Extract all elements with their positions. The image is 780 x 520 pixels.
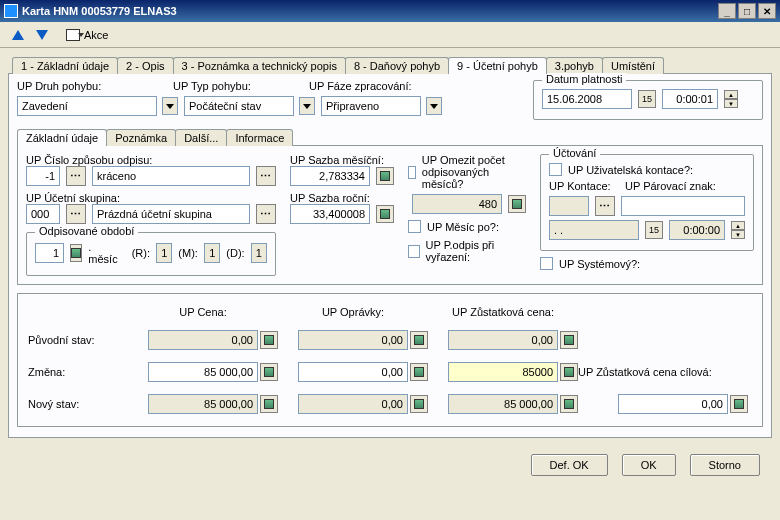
parovaci-input[interactable]: [621, 196, 745, 216]
uzivatelska-check[interactable]: [549, 163, 562, 176]
cislo-text-lookup[interactable]: ⋯: [256, 166, 276, 186]
hdr-opravky: UP Oprávky:: [278, 306, 428, 318]
mesicpo-check[interactable]: [408, 220, 421, 233]
novy-cena: 85 000,00: [148, 394, 258, 414]
skupina-text-lookup[interactable]: ⋯: [256, 204, 276, 224]
podpis-check[interactable]: [408, 245, 420, 258]
druh-dropdown[interactable]: [162, 97, 178, 115]
calc-icon[interactable]: [560, 363, 578, 381]
subtab-0[interactable]: Základní údaje: [17, 129, 107, 146]
kontace-lookup[interactable]: ⋯: [595, 196, 615, 216]
amounts-table: UP Cena: UP Oprávky: UP Zůstatková cena:…: [17, 293, 763, 427]
cislo-text[interactable]: kráceno: [92, 166, 250, 186]
calc-icon[interactable]: [260, 395, 278, 413]
calc-icon[interactable]: [410, 395, 428, 413]
calendar-button[interactable]: 15: [638, 90, 656, 108]
time-spinner[interactable]: ▲▼: [724, 90, 738, 108]
tab-1[interactable]: 2 - Opis: [117, 57, 174, 74]
close-button[interactable]: ✕: [758, 3, 776, 19]
def-ok-button[interactable]: Def. OK: [531, 454, 608, 476]
titlebar: Karta HNM 00053779 ELNAS3 _ □ ✕: [0, 0, 780, 22]
uct-spin[interactable]: ▲▼: [731, 221, 745, 239]
calc-icon[interactable]: [260, 363, 278, 381]
datum-group-title: Datum platnosti: [542, 73, 626, 85]
uctovani-title: Účtování: [549, 147, 600, 159]
skupina-lookup[interactable]: ⋯: [66, 204, 86, 224]
calc-icon[interactable]: [730, 395, 748, 413]
zust-cil-input[interactable]: 0,00: [618, 394, 728, 414]
sazba-roc-input[interactable]: 33,400008: [290, 204, 370, 224]
lbl-mesic: . měsíc: [88, 241, 117, 265]
app-icon: [4, 4, 18, 18]
hdr-cena: UP Cena:: [128, 306, 278, 318]
storno-button[interactable]: Storno: [690, 454, 760, 476]
uctovani-group: Účtování UP Uživatelská kontace?: UP Kon…: [540, 154, 754, 251]
minimize-button[interactable]: _: [718, 3, 736, 19]
obdobi-input[interactable]: 1: [35, 243, 64, 263]
subtab-2[interactable]: Další...: [175, 129, 227, 146]
time-input[interactable]: 0:00:01: [662, 89, 718, 109]
systemovy-check[interactable]: [540, 257, 553, 270]
puvodni-cena: 0,00: [148, 330, 258, 350]
typ-dropdown[interactable]: [299, 97, 315, 115]
cislo-input[interactable]: -1: [26, 166, 60, 186]
skupina-input[interactable]: 000: [26, 204, 60, 224]
skupina-text[interactable]: Prázdná účetní skupina: [92, 204, 250, 224]
zmena-cena[interactable]: 85 000,00: [148, 362, 258, 382]
calc-icon[interactable]: [560, 395, 578, 413]
lbl-d: (D):: [226, 247, 244, 259]
akce-menu[interactable]: Akce: [60, 27, 114, 43]
dialog-buttons: Def. OK OK Storno: [0, 444, 780, 486]
tab-0[interactable]: 1 - Základní údaje: [12, 57, 118, 74]
nav-down-button[interactable]: [32, 25, 52, 45]
sazba-roc-calc[interactable]: [376, 205, 394, 223]
tab-4[interactable]: 9 - Účetní pohyb: [448, 57, 547, 74]
tab-2[interactable]: 3 - Poznámka a technický popis: [173, 57, 346, 74]
calc-icon[interactable]: [410, 331, 428, 349]
faze-select[interactable]: Připraveno: [321, 96, 421, 116]
uct-cal[interactable]: 15: [645, 221, 663, 239]
tab-6[interactable]: Umístění: [602, 57, 664, 74]
lbl-systemovy: UP Systémový?:: [559, 258, 640, 270]
ok-button[interactable]: OK: [622, 454, 676, 476]
lbl-podpis: UP P.odpis při vyřazení:: [426, 239, 527, 263]
zmena-zust[interactable]: 85000: [448, 362, 558, 382]
calc-icon[interactable]: [560, 331, 578, 349]
tab-3[interactable]: 8 - Daňový pohyb: [345, 57, 449, 74]
druh-select[interactable]: Zavedení: [17, 96, 157, 116]
maximize-button[interactable]: □: [738, 3, 756, 19]
sazba-mes-calc[interactable]: [376, 167, 394, 185]
uct-time: 0:00:00: [669, 220, 725, 240]
tab-5[interactable]: 3.pohyb: [546, 57, 603, 74]
obdobi-calc[interactable]: [70, 244, 82, 262]
faze-dropdown[interactable]: [426, 97, 442, 115]
hdr-zustatkova: UP Zůstatková cena:: [428, 306, 578, 318]
sub-body: UP Číslo způsobu odpisu: -1 ⋯ kráceno ⋯ …: [17, 145, 763, 285]
omezit-check[interactable]: [408, 166, 416, 179]
akce-icon: [66, 29, 80, 41]
typ-select[interactable]: Počáteční stav: [184, 96, 294, 116]
sazba-mes-input[interactable]: 2,783334: [290, 166, 370, 186]
nav-up-button[interactable]: [8, 25, 28, 45]
subtab-1[interactable]: Poznámka: [106, 129, 176, 146]
tab-body: UP Druh pohybu: UP Typ pohybu: UP Fáze z…: [8, 73, 772, 438]
uct-date: . .: [549, 220, 639, 240]
kontace-input[interactable]: [549, 196, 589, 216]
cislo-lookup[interactable]: ⋯: [66, 166, 86, 186]
lbl-omezit: UP Omezit počet odpisovaných měsíců?: [422, 154, 526, 190]
calc-icon[interactable]: [410, 363, 428, 381]
puvodni-zust: 0,00: [448, 330, 558, 350]
calc-icon[interactable]: [260, 331, 278, 349]
datum-input[interactable]: 15.06.2008: [542, 89, 632, 109]
akce-label: Akce: [84, 29, 108, 41]
omezit-calc[interactable]: [508, 195, 526, 213]
lbl-puvodni: Původní stav:: [28, 334, 128, 346]
toolbar: Akce: [0, 22, 780, 48]
lbl-kontace: UP Kontace:: [549, 180, 619, 192]
zmena-opravky[interactable]: 0,00: [298, 362, 408, 382]
lbl-skupina: UP Účetní skupina:: [26, 192, 276, 204]
d-val: 1: [251, 243, 267, 263]
sub-tabs: Základní údajePoznámkaDalší...Informace: [17, 126, 763, 146]
subtab-3[interactable]: Informace: [226, 129, 293, 146]
lbl-druh: UP Druh pohybu:: [17, 80, 167, 92]
